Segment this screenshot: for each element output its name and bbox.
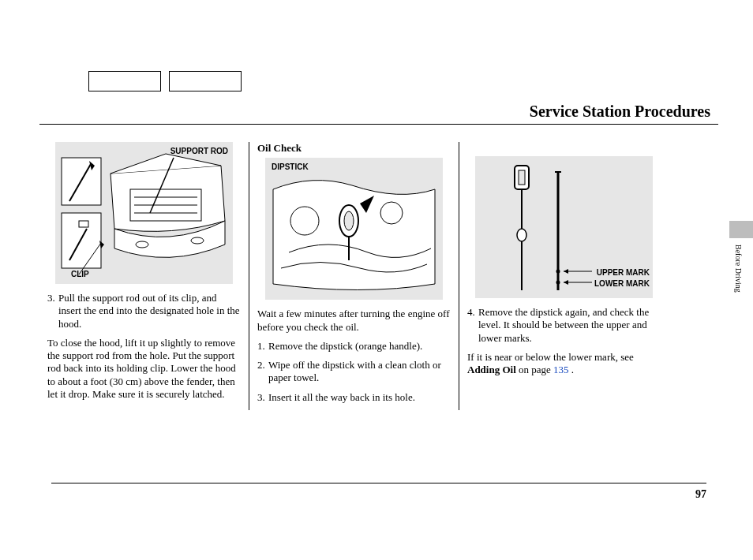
step-text: Pull the support rod out of its clip, an… xyxy=(58,292,241,330)
step-text: Wipe off the dipstick with a clean cloth… xyxy=(268,359,451,385)
svg-marker-30 xyxy=(564,269,568,274)
nav-button-1[interactable] xyxy=(88,71,161,91)
engine-dipstick-icon xyxy=(265,158,443,300)
figure-label-lower-mark: LOWER MARK xyxy=(594,279,650,289)
step-text: Insert it all the way back in its hole. xyxy=(268,391,451,404)
figure-dipstick: DIPSTICK xyxy=(265,158,443,300)
column-3: UPPER MARK LOWER MARK xyxy=(459,142,669,410)
paragraph: To close the hood, lift it up slightly t… xyxy=(47,337,241,401)
svg-rect-21 xyxy=(519,170,525,185)
step-number: 3. xyxy=(257,391,268,404)
figure-label-upper-mark: UPPER MARK xyxy=(597,268,650,278)
figure-dipstick-marks: UPPER MARK LOWER MARK xyxy=(475,156,653,298)
step-number: 1. xyxy=(257,340,268,353)
figure-label-support-rod: SUPPORT ROD xyxy=(170,147,228,157)
paragraph-reference: If it is near or below the lower mark, s… xyxy=(467,351,661,377)
step-number: 3. xyxy=(47,292,58,330)
ref-text-b: on page xyxy=(516,364,553,375)
svg-point-27 xyxy=(556,270,560,274)
figure-support-rod: SUPPORT ROD CLIP xyxy=(55,142,233,284)
paragraph: Wait a few minutes after turning the eng… xyxy=(257,308,451,334)
ref-text-c: . xyxy=(569,364,575,375)
figure-label-clip: CLIP xyxy=(71,270,89,280)
step-number: 2. xyxy=(257,359,268,385)
svg-point-17 xyxy=(344,211,354,230)
step-number: 4. xyxy=(467,306,478,345)
nav-button-2[interactable] xyxy=(169,71,242,91)
ref-bold: Adding Oil xyxy=(467,364,516,375)
step-text: Remove the dipstick again, and check the… xyxy=(478,306,661,345)
subheading-oil-check: Oil Check xyxy=(257,142,451,155)
hood-diagram-icon xyxy=(55,142,233,284)
column-2: Oil Check DIPSTICK Wait a few minutes af… xyxy=(249,142,459,410)
ref-text-a: If it is near or below the lower mark, s… xyxy=(467,351,634,363)
svg-marker-32 xyxy=(564,280,568,285)
section-label: Before Driving xyxy=(734,245,743,293)
section-tab xyxy=(729,221,753,238)
page-title: Service Station Procedures xyxy=(39,103,718,125)
page-number: 97 xyxy=(51,483,706,501)
svg-point-28 xyxy=(556,281,560,285)
step-text: Remove the dipstick (orange handle). xyxy=(268,340,451,353)
column-1: SUPPORT ROD CLIP xyxy=(39,142,249,410)
page-link-135[interactable]: 135 xyxy=(553,364,569,375)
svg-point-23 xyxy=(517,229,526,241)
figure-label-dipstick: DIPSTICK xyxy=(272,162,309,173)
nav-button-group xyxy=(88,71,242,91)
